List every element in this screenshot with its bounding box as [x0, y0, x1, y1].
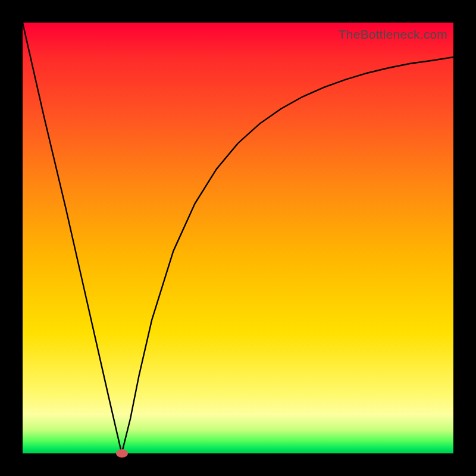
- bottleneck-curve-path: [23, 23, 453, 453]
- plot-area: TheBottleneck.com: [23, 23, 453, 453]
- curve-svg: [23, 23, 453, 453]
- chart-frame: TheBottleneck.com: [0, 0, 476, 476]
- minimum-marker: [116, 449, 128, 458]
